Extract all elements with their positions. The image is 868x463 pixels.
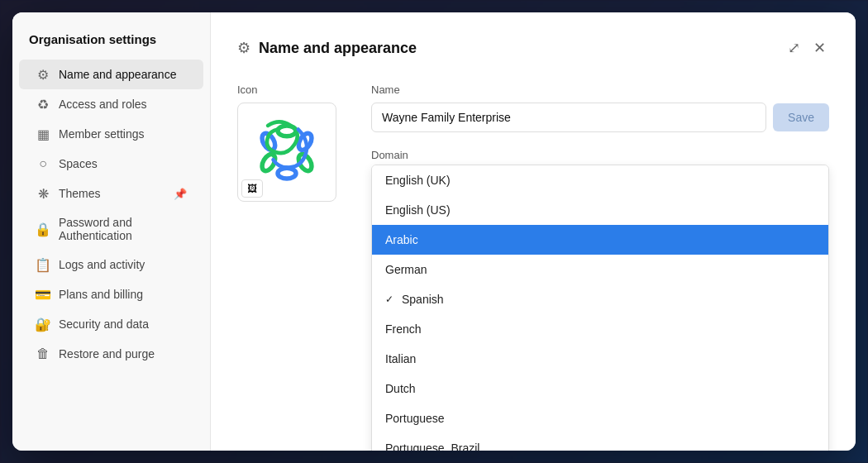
- settings-panel: Organisation settings ⚙ Name and appeara…: [12, 12, 856, 451]
- dropdown-item-french[interactable]: French: [372, 314, 828, 344]
- sidebar-item-security-data[interactable]: 🔐 Security and data: [19, 309, 203, 339]
- dropdown-list: English (UK) English (US) Arabic German …: [371, 165, 829, 451]
- sidebar-item-password-auth[interactable]: 🔒 Password and Authentication: [19, 208, 203, 250]
- sidebar-item-spaces[interactable]: ○ Spaces: [19, 149, 203, 179]
- language-dropdown[interactable]: English (UK) English (US) Arabic German …: [371, 165, 829, 451]
- spaces-icon: ○: [36, 156, 50, 171]
- sidebar-item-access-roles[interactable]: ♻ Access and roles: [19, 89, 203, 119]
- sidebar-item-label: Access and roles: [59, 98, 147, 111]
- icon-upload-button[interactable]: 🖼: [241, 179, 263, 198]
- sidebar-item-label: Restore and purge: [59, 347, 155, 360]
- modal-header: ⚙ Name and appearance ⤢ ✕: [237, 36, 829, 60]
- name-label: Name: [371, 84, 829, 96]
- icon-section: Icon: [237, 84, 345, 451]
- sidebar-title: Organisation settings: [12, 26, 210, 60]
- dropdown-item-dutch[interactable]: Dutch: [372, 374, 828, 403]
- sidebar: Organisation settings ⚙ Name and appeara…: [12, 12, 211, 451]
- sidebar-item-plans-billing[interactable]: 💳 Plans and billing: [19, 279, 203, 309]
- sidebar-item-label: Plans and billing: [59, 288, 143, 301]
- close-button[interactable]: ✕: [810, 36, 829, 60]
- dropdown-item-german[interactable]: German: [372, 255, 828, 284]
- sidebar-item-label: Spaces: [59, 157, 98, 170]
- dropdown-item-spanish[interactable]: Spanish: [372, 284, 828, 314]
- member-icon: ▦: [36, 126, 50, 141]
- sidebar-item-themes[interactable]: ❋ Themes 📌: [19, 179, 203, 208]
- svg-point-3: [278, 168, 296, 179]
- dropdown-item-arabic[interactable]: Arabic: [372, 225, 828, 255]
- sidebar-item-label: Themes: [59, 187, 101, 200]
- lock-icon: 🔒: [36, 222, 50, 236]
- dropdown-item-en-uk[interactable]: English (UK): [372, 165, 828, 195]
- header-actions: ⤢ ✕: [785, 36, 829, 60]
- icon-upload[interactable]: 🖼: [237, 103, 336, 202]
- pin-icon: 📌: [174, 188, 187, 200]
- icon-label: Icon: [237, 84, 345, 96]
- main-content: ⚙ Name and appearance ⤢ ✕ Icon: [211, 12, 856, 451]
- dropdown-item-en-us[interactable]: English (US): [372, 195, 828, 225]
- modal-title: Name and appearance: [259, 40, 776, 57]
- sidebar-item-member-settings[interactable]: ▦ Member settings: [19, 119, 203, 149]
- sidebar-item-label: Security and data: [59, 317, 149, 331]
- billing-icon: 💳: [36, 287, 50, 302]
- sidebar-item-label: Name and appearance: [59, 68, 176, 81]
- dropdown-item-portuguese[interactable]: Portuguese: [372, 403, 828, 433]
- form-layout: Icon: [237, 84, 829, 451]
- themes-icon: ❋: [36, 186, 50, 201]
- field-section: Name Save Domain English (UK) English (U…: [371, 84, 829, 451]
- security-icon: 🔐: [36, 317, 50, 332]
- dropdown-item-portuguese-brazil[interactable]: Portuguese, Brazil: [372, 433, 828, 451]
- sidebar-item-label: Logs and activity: [59, 258, 145, 271]
- dropdown-item-italian[interactable]: Italian: [372, 344, 828, 374]
- sidebar-item-label: Password and Authentication: [59, 216, 187, 242]
- domain-label: Domain: [371, 149, 829, 161]
- sidebar-item-label: Member settings: [59, 127, 144, 141]
- sidebar-item-name-appearance[interactable]: ⚙ Name and appearance: [19, 60, 203, 89]
- name-input[interactable]: [371, 103, 766, 132]
- logs-icon: 📋: [36, 257, 50, 272]
- restore-icon: 🗑: [36, 346, 50, 361]
- name-row: Save: [371, 103, 829, 132]
- save-button[interactable]: Save: [773, 103, 829, 131]
- modal-header-icon: ⚙: [237, 39, 250, 57]
- sidebar-item-logs-activity[interactable]: 📋 Logs and activity: [19, 250, 203, 279]
- sidebar-item-restore-purge[interactable]: 🗑 Restore and purge: [19, 339, 203, 369]
- expand-button[interactable]: ⤢: [785, 36, 804, 60]
- access-icon: ♻: [36, 97, 50, 112]
- settings-icon: ⚙: [36, 67, 50, 82]
